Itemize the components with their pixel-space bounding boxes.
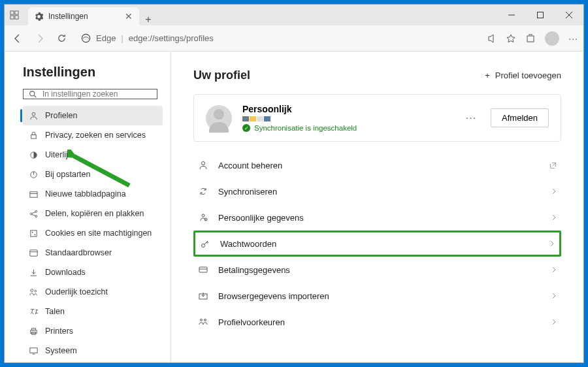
add-profile-button[interactable]: + Profiel toevoegen (485, 71, 561, 80)
sidebar-item-2[interactable]: Uiterlijk (23, 145, 163, 165)
collections-icon[interactable] (525, 33, 536, 44)
sidebar-item-0[interactable]: Profielen (23, 106, 163, 125)
favorite-icon[interactable] (506, 33, 516, 44)
sidebar-item-label: Downloads (45, 268, 86, 277)
sidebar-item-13[interactable]: Instellingen opnieuw instellen (23, 360, 163, 362)
settings-item-3[interactable]: Wachtwoorden (193, 231, 561, 257)
back-button[interactable] (10, 31, 25, 46)
profile-settings-list: Account beherenSynchroniserenPersoonlijk… (193, 152, 561, 335)
read-aloud-icon[interactable] (486, 33, 497, 44)
account-icon (197, 160, 209, 170)
settings-item-6[interactable]: Profielvoorkeuren (193, 309, 561, 335)
close-tab-icon[interactable]: ✕ (125, 11, 133, 22)
sidebar-item-3[interactable]: Bij opstarten (23, 165, 163, 184)
sidebar-item-label: Systeem (45, 346, 77, 355)
tab-icon (28, 189, 39, 199)
payment-icon (197, 264, 209, 275)
share-icon (28, 209, 39, 219)
appearance-icon (28, 150, 39, 160)
forward-button[interactable] (32, 31, 48, 46)
lock-icon (28, 131, 39, 140)
settings-item-1[interactable]: Synchroniseren (193, 178, 561, 204)
personal-icon (197, 212, 209, 223)
signout-button[interactable]: Afmelden (491, 108, 549, 127)
sidebar-item-4[interactable]: Nieuwe tabbladpagina (23, 184, 163, 204)
svg-line-12 (34, 95, 36, 97)
sidebar-item-7[interactable]: Standaardbrowser (23, 243, 163, 263)
svg-point-49 (201, 319, 203, 321)
settings-item-4[interactable]: Betalingsgegevens (193, 257, 561, 283)
svg-point-30 (30, 289, 33, 291)
chevron-right-icon (551, 266, 557, 273)
content-area: Instellingen ProfielenPrivacy, zoeken en… (5, 52, 583, 362)
svg-rect-46 (199, 267, 207, 272)
address-bar[interactable]: Edge | edge://settings/profiles (76, 33, 480, 43)
address-prefix: Edge (96, 33, 116, 43)
settings-item-5[interactable]: Browsergegevens importeren (193, 283, 561, 309)
refresh-button[interactable] (54, 31, 69, 46)
sidebar-item-6[interactable]: Cookies en site machtigingen (23, 223, 163, 243)
settings-item-label: Account beheren (218, 161, 282, 170)
svg-point-27 (34, 234, 35, 235)
sidebar-item-label: Printers (45, 327, 73, 336)
sidebar-item-label: Cookies en site machtigingen (45, 229, 152, 238)
title-bar: Instellingen ✕ + (5, 5, 583, 25)
svg-line-23 (31, 212, 35, 213)
settings-sidebar: Instellingen ProfielenPrivacy, zoeken en… (5, 52, 171, 362)
sidebar-item-11[interactable]: Printers (23, 321, 163, 341)
svg-rect-0 (10, 11, 14, 14)
svg-point-50 (204, 319, 206, 321)
svg-point-31 (34, 290, 36, 292)
cookie-icon (28, 229, 39, 238)
sidebar-item-5[interactable]: Delen, kopiëren en plakken (23, 204, 163, 223)
key-icon (199, 238, 211, 249)
power-icon (28, 170, 39, 180)
main-panel: Uw profiel + Profiel toevoegen Persoonli… (171, 52, 583, 362)
minimize-button[interactable] (497, 5, 526, 25)
system-icon (28, 346, 39, 356)
main-header: Uw profiel + Profiel toevoegen (193, 69, 561, 82)
profile-info: Persoonlijk ✓ Synchronisatie is ingescha… (242, 104, 451, 132)
sidebar-nav: ProfielenPrivacy, zoeken en servicesUite… (23, 106, 163, 362)
profile-avatar-small[interactable] (545, 31, 559, 46)
sidebar-item-1[interactable]: Privacy, zoeken en services (23, 125, 163, 145)
svg-point-43 (202, 214, 204, 217)
sidebar-item-9[interactable]: Ouderlijk toezicht (23, 282, 163, 302)
settings-item-label: Browsergegevens importeren (218, 291, 329, 301)
prefs-icon (197, 317, 209, 327)
maximize-button[interactable] (526, 5, 555, 25)
new-tab-button[interactable]: + (139, 14, 157, 25)
svg-point-26 (31, 231, 33, 232)
profile-card: Persoonlijk ✓ Synchronisatie is ingescha… (193, 94, 561, 142)
sidebar-item-label: Standaardbrowser (45, 248, 112, 257)
address-url: edge://settings/profiles (129, 33, 214, 43)
import-icon (197, 291, 209, 301)
chevron-right-icon (551, 214, 557, 221)
sidebar-item-8[interactable]: Downloads (23, 263, 163, 282)
color-swatches (242, 116, 451, 121)
sidebar-item-label: Privacy, zoeken en services (45, 131, 146, 140)
profile-name: Persoonlijk (242, 104, 451, 114)
search-input[interactable] (42, 89, 152, 99)
sync-icon (197, 186, 209, 197)
sidebar-item-12[interactable]: Systeem (23, 341, 163, 360)
svg-rect-14 (31, 135, 36, 138)
sidebar-item-10[interactable]: Talen (23, 302, 163, 321)
menu-button[interactable]: ··· (568, 33, 578, 44)
sync-text: Synchronisatie is ingeschakeld (254, 124, 357, 132)
tab-title: Instellingen (48, 12, 88, 21)
settings-item-2[interactable]: Persoonlijke gegevens (193, 204, 561, 231)
browser-icon (28, 248, 39, 258)
settings-item-0[interactable]: Account beheren (193, 152, 561, 178)
window-controls (497, 5, 583, 25)
tab-settings[interactable]: Instellingen ✕ (28, 7, 139, 25)
check-icon: ✓ (242, 124, 250, 132)
settings-search[interactable] (23, 89, 157, 99)
svg-rect-35 (29, 347, 37, 353)
gear-icon (35, 12, 43, 21)
sidebar-item-label: Talen (45, 307, 65, 316)
svg-rect-5 (538, 12, 544, 18)
profile-more-button[interactable]: ··· (462, 112, 480, 124)
close-window-button[interactable] (555, 5, 583, 25)
address-separator: | (121, 33, 123, 43)
